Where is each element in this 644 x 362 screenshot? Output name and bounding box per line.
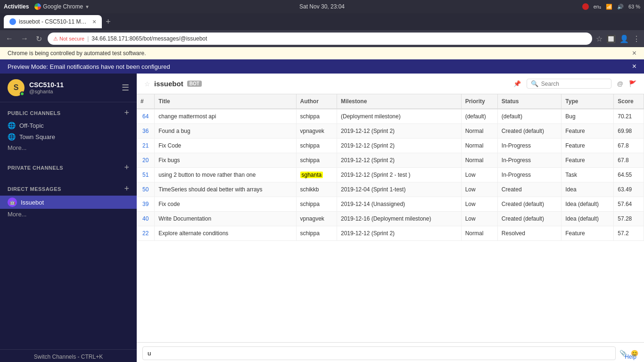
table-row: 39 Fix code schippa 2019-12-14 (Unassign… bbox=[137, 197, 644, 212]
table-cell-type: Idea bbox=[561, 182, 614, 197]
issue-link[interactable]: 22 bbox=[142, 230, 149, 237]
reload-button[interactable]: ↻ bbox=[34, 33, 44, 44]
issue-link[interactable]: 40 bbox=[142, 215, 149, 222]
browser-tab[interactable]: issuebot - CSC510-11 Mat... × bbox=[4, 15, 102, 28]
activities-label[interactable]: Activities bbox=[4, 3, 29, 10]
sidebar-header: S CSC510-11 @sghanta ☰ bbox=[0, 74, 137, 102]
help-link[interactable]: Help bbox=[625, 354, 636, 360]
os-bar-left: Activities Google Chrome ▼ bbox=[4, 3, 90, 10]
new-tab-button[interactable]: + bbox=[102, 17, 115, 27]
add-public-channel-button[interactable]: + bbox=[124, 108, 129, 118]
table-cell-author: vpnagvek bbox=[296, 212, 337, 226]
issue-link[interactable]: 51 bbox=[142, 172, 149, 178]
table-body: 64 change mattermost api schippa (Deploy… bbox=[137, 109, 644, 241]
os-bar: Activities Google Chrome ▼ Sat Nov 30, 2… bbox=[0, 0, 644, 13]
table-cell-priority: Low bbox=[461, 212, 497, 226]
battery-label: 63 % bbox=[628, 4, 640, 9]
table-cell-author: schippa bbox=[296, 226, 337, 241]
security-warning: ⚠ Not secure bbox=[53, 36, 84, 42]
highlighted-author: sghanta bbox=[300, 172, 323, 178]
add-dm-button[interactable]: + bbox=[124, 184, 129, 194]
os-bar-dropdown-icon[interactable]: ▼ bbox=[85, 4, 90, 9]
network-icon: 📶 bbox=[606, 4, 612, 10]
table-cell-priority: Normal bbox=[461, 139, 497, 153]
table-cell-priority: Low bbox=[461, 168, 497, 182]
table-cell-id: 51 bbox=[137, 168, 155, 182]
table-row: 51 using 2 button to move rather than on… bbox=[137, 168, 644, 182]
public-channels-more[interactable]: More... bbox=[0, 142, 137, 153]
hamburger-menu-button[interactable]: ☰ bbox=[122, 82, 129, 93]
private-channels-section: PRIVATE CHANNELS + bbox=[0, 157, 137, 178]
table-cell-score: 57.2 bbox=[614, 226, 644, 241]
issue-link[interactable]: 20 bbox=[142, 157, 149, 164]
tab-close-button[interactable]: × bbox=[92, 18, 96, 25]
direct-messages-section: DIRECT MESSAGES + 🤖 Issuebot More... bbox=[0, 178, 137, 223]
browser-toolbar: ← → ↻ ⚠ Not secure | 34.66.158.171:8065/… bbox=[0, 30, 644, 47]
profile-icon[interactable]: 👤 bbox=[619, 34, 629, 43]
direct-messages-header: DIRECT MESSAGES + bbox=[0, 182, 137, 196]
flag-icon[interactable]: 🚩 bbox=[629, 80, 636, 87]
col-header-milestone: Milestone bbox=[337, 94, 461, 109]
dm-name-issuebot: Issuebot bbox=[21, 199, 44, 206]
preview-mode-bar: Preview Mode: Email notifications have n… bbox=[0, 59, 644, 74]
star-toolbar-icon[interactable]: ☆ bbox=[596, 34, 603, 43]
table-cell-status: In-Progress bbox=[497, 153, 561, 168]
table-cell-score: 57.64 bbox=[614, 197, 644, 212]
private-channels-header: PRIVATE CHANNELS + bbox=[0, 161, 137, 174]
table-cell-title: Found a bug bbox=[155, 124, 296, 139]
table-cell-score: 67.8 bbox=[614, 139, 644, 153]
mention-icon[interactable]: @ bbox=[617, 80, 623, 87]
table-cell-milestone: 2019-12-12 (Sprint 2) bbox=[337, 226, 461, 241]
table-cell-id: 36 bbox=[137, 124, 155, 139]
message-input[interactable] bbox=[142, 346, 616, 360]
issue-link[interactable]: 36 bbox=[142, 128, 149, 134]
not-secure-label: Not secure bbox=[59, 36, 84, 41]
table-cell-milestone: 2019-12-04 (Sprint 1-test) bbox=[337, 182, 461, 197]
forward-button[interactable]: → bbox=[19, 33, 30, 44]
sidebar-item-town-square[interactable]: 🌐 Town Square bbox=[0, 131, 137, 142]
menu-icon[interactable]: ⋮ bbox=[633, 34, 640, 43]
dm-more[interactable]: More... bbox=[0, 209, 137, 220]
col-header-score: Score bbox=[614, 94, 644, 109]
back-button[interactable]: ← bbox=[4, 33, 15, 44]
issue-link[interactable]: 50 bbox=[142, 186, 149, 193]
automation-notification-close[interactable]: × bbox=[632, 49, 636, 58]
preview-mode-close[interactable]: × bbox=[632, 62, 636, 71]
search-input[interactable] bbox=[541, 81, 607, 87]
issue-link[interactable]: 21 bbox=[142, 142, 149, 149]
table-cell-author: schippa bbox=[296, 197, 337, 212]
username-label: @sghanta bbox=[29, 89, 64, 94]
add-private-channel-button[interactable]: + bbox=[124, 163, 129, 173]
table-cell-priority: Normal bbox=[461, 124, 497, 139]
table-cell-score: 63.49 bbox=[614, 182, 644, 197]
dm-item-issuebot[interactable]: 🤖 Issuebot bbox=[0, 196, 137, 209]
channel-header: ☆ issuebot BOT 📌 🔍 @ 🚩 bbox=[137, 74, 644, 94]
table-cell-status: Resolved bbox=[497, 226, 561, 241]
table-cell-milestone: (Deployment milestone) bbox=[337, 109, 461, 124]
sidebar-item-off-topic[interactable]: 🌐 Off-Topic bbox=[0, 120, 137, 131]
table-header-row: # Title Author Milestone Priority Status… bbox=[137, 94, 644, 109]
table-cell-type: Feature bbox=[561, 139, 614, 153]
switch-channels-hint: Switch Channels - CTRL+K bbox=[8, 354, 129, 360]
direct-messages-label: DIRECT MESSAGES bbox=[8, 186, 61, 192]
col-header-title: Title bbox=[155, 94, 296, 109]
table-cell-score: 70.21 bbox=[614, 109, 644, 124]
search-box[interactable]: 🔍 bbox=[527, 79, 611, 89]
avatar-status-indicator bbox=[20, 91, 25, 96]
bot-badge: BOT bbox=[187, 81, 202, 87]
workspace-info: CSC510-11 @sghanta bbox=[29, 81, 64, 94]
table-cell-id: 21 bbox=[137, 139, 155, 153]
favorite-star-icon[interactable]: ☆ bbox=[144, 80, 150, 88]
automation-notification-text: Chrome is being controlled by automated … bbox=[8, 50, 146, 57]
issue-link[interactable]: 39 bbox=[142, 201, 149, 207]
message-input-area: 📎 😊 Help bbox=[137, 342, 644, 362]
table-cell-title: using 2 button to move rather than one bbox=[155, 168, 296, 182]
language-label: en₂ bbox=[594, 4, 601, 10]
address-bar[interactable]: ⚠ Not secure | 34.66.158.171:8065/bot/me… bbox=[48, 33, 592, 45]
extension-icon[interactable]: 🔲 bbox=[606, 34, 616, 43]
pin-icon[interactable]: 📌 bbox=[513, 80, 521, 87]
table-cell-priority: Normal bbox=[461, 226, 497, 241]
channel-name-label: issuebot bbox=[154, 80, 183, 88]
issue-link[interactable]: 64 bbox=[142, 113, 149, 120]
table-cell-status: Created (default) bbox=[497, 212, 561, 226]
